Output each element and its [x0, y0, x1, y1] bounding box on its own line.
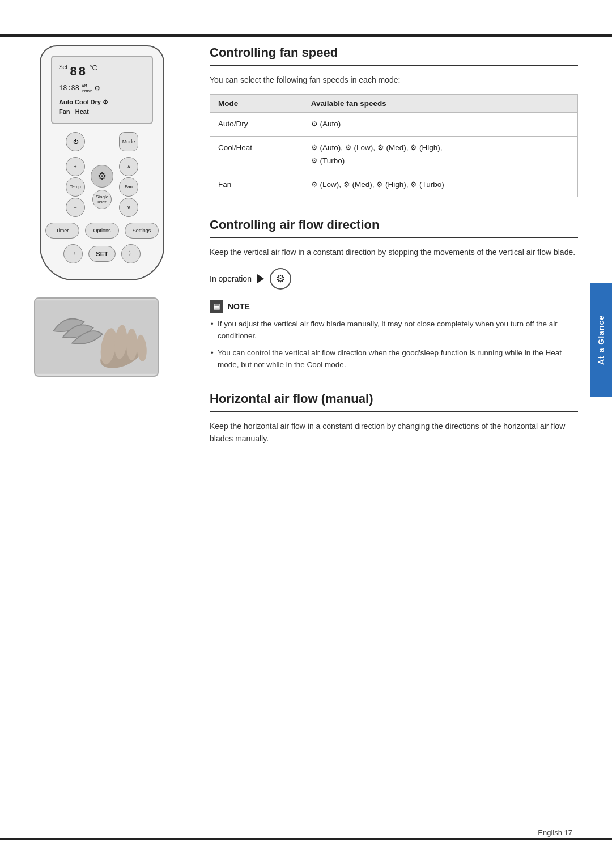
single-user-button[interactable]: Singleuser	[92, 190, 112, 209]
section-horizontal-air-flow: Horizontal air flow (manual) Keep the ho…	[210, 392, 578, 445]
note-icon: ▤	[210, 300, 223, 313]
mode-button[interactable]: Mode	[119, 132, 138, 151]
fan-speed-title: Controlling fan speed	[210, 45, 578, 66]
btn-row-2: + Temp − ⚙ Singleuser ∧ Fan ∨	[66, 157, 138, 217]
horizontal-air-flow-title: Horizontal air flow (manual)	[210, 392, 578, 412]
up-arrow-button[interactable]: ∧	[119, 157, 138, 176]
deg-symbol: °C	[89, 62, 97, 74]
section-fan-speed: Controlling fan speed You can select the…	[210, 45, 578, 197]
set-button[interactable]: SET	[88, 246, 116, 262]
minus-button[interactable]: −	[66, 198, 85, 217]
in-operation-line: In operation ⚙	[210, 268, 578, 290]
options-button[interactable]: Options	[85, 223, 119, 239]
mode-line: Auto Cool Dry ⚙	[59, 97, 145, 108]
time-line: 18:88 AMPMhr ⚙	[59, 82, 145, 95]
right-column: Controlling fan speed You can select the…	[198, 45, 578, 828]
speeds-cool-heat: ⚙ (Auto), ⚙ (Low), ⚙ (Med), ⚙ (High), ⚙ …	[303, 137, 577, 173]
side-tab-label: At a Glance	[597, 315, 606, 365]
speeds-fan: ⚙ (Low), ⚙ (Med), ⚙ (High), ⚙ (Turbo)	[303, 173, 577, 197]
note-header: ▤ NOTE	[210, 300, 578, 313]
temp-digits: 88	[70, 62, 87, 82]
fan-center-button[interactable]: ⚙	[91, 165, 113, 188]
btn-row-3: Timer Options Settings	[45, 223, 159, 239]
in-operation-label: In operation	[210, 274, 252, 283]
btn-row-4: 〈 SET 〉	[63, 244, 141, 263]
horizontal-blade-illustration	[34, 297, 159, 377]
remote-buttons: ⏻ Mode + Temp − ⚙ Singleuser	[51, 132, 153, 263]
temp-label: Temp	[66, 177, 85, 197]
remote-body: Set 88 °C 18:88 AMPMhr ⚙ Auto Cool Dry ⚙…	[40, 45, 164, 280]
plus-button[interactable]: +	[66, 157, 85, 176]
settings-button[interactable]: Settings	[125, 223, 159, 239]
set-label: Set	[59, 63, 67, 72]
mode-auto-dry: Auto/Dry	[210, 113, 303, 137]
table-row: Auto/Dry ⚙ (Auto)	[210, 113, 578, 137]
mode-cool-heat: Cool/Heat	[210, 137, 303, 173]
down-arrow-button[interactable]: ∨	[119, 198, 138, 217]
horizontal-air-flow-desc: Keep the horizontal air flow in a consta…	[210, 420, 578, 445]
left-column: Set 88 °C 18:88 AMPMhr ⚙ Auto Cool Dry ⚙…	[34, 45, 181, 828]
note-item-1: If you adjust the vertical air flow blad…	[210, 318, 578, 342]
table-row: Cool/Heat ⚙ (Auto), ⚙ (Low), ⚙ (Med), ⚙ …	[210, 137, 578, 173]
svg-point-4	[126, 329, 137, 360]
timer-button[interactable]: Timer	[45, 223, 79, 239]
fan-heat-line: Fan Heat	[59, 107, 145, 117]
fan-speed-desc: You can select the following fan speeds …	[210, 74, 578, 86]
air-flow-icon: ⚙	[270, 268, 291, 290]
page-number: English 17	[538, 828, 572, 837]
fan-speed-table: Mode Available fan speeds Auto/Dry ⚙ (Au…	[210, 94, 578, 197]
remote-control-illustration: Set 88 °C 18:88 AMPMhr ⚙ Auto Cool Dry ⚙…	[34, 45, 170, 280]
note-list: If you adjust the vertical air flow blad…	[210, 318, 578, 371]
table-header-mode: Mode	[210, 95, 303, 113]
power-button[interactable]: ⏻	[66, 132, 85, 151]
note-box: ▤ NOTE If you adjust the vertical air fl…	[210, 300, 578, 371]
air-flow-title: Controlling air flow direction	[210, 218, 578, 238]
bottom-border	[0, 838, 612, 840]
remote-display: Set 88 °C 18:88 AMPMhr ⚙ Auto Cool Dry ⚙…	[51, 56, 153, 124]
blade-svg	[35, 299, 158, 376]
arrow-right-icon	[257, 274, 264, 283]
top-border	[0, 34, 612, 37]
note-item-2: You can control the vertical air flow di…	[210, 347, 578, 371]
air-flow-desc: Keep the vertical air flow in a constant…	[210, 246, 578, 258]
left-arrow-button[interactable]: 〈	[63, 244, 83, 263]
section-air-flow-direction: Controlling air flow direction Keep the …	[210, 218, 578, 371]
fan-label: Fan	[119, 177, 138, 197]
right-arrow-button[interactable]: 〉	[121, 244, 141, 263]
btn-row-1: ⏻ Mode	[66, 132, 138, 151]
note-label: NOTE	[228, 302, 250, 311]
table-row: Fan ⚙ (Low), ⚙ (Med), ⚙ (High), ⚙ (Turbo…	[210, 173, 578, 197]
wind-decor: ⚙	[95, 82, 99, 95]
page-footer: English 17	[538, 828, 572, 837]
mode-fan: Fan	[210, 173, 303, 197]
time-value: 18:88	[59, 83, 79, 94]
speeds-auto-dry: ⚙ (Auto)	[303, 113, 577, 137]
table-header-speeds: Available fan speeds	[303, 95, 577, 113]
ampm: AMPMhr	[82, 83, 92, 94]
side-tab: At a Glance	[590, 283, 612, 397]
